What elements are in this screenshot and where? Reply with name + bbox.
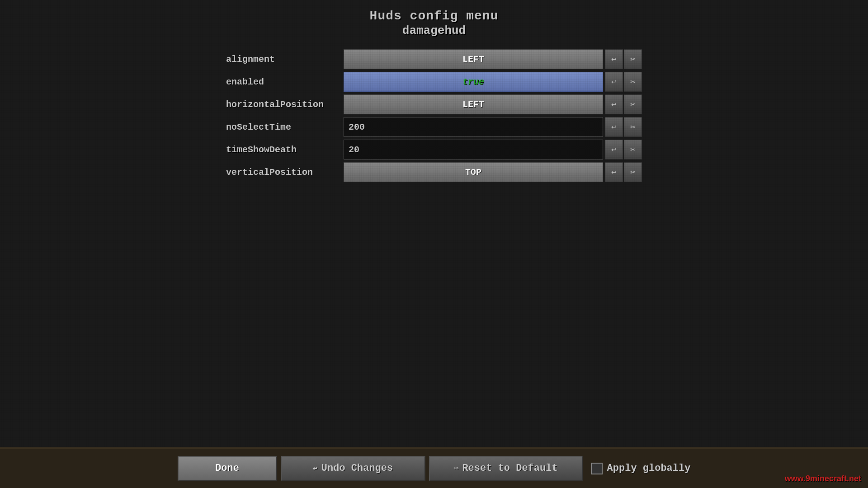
setting-row-verticalPosition: verticalPositionTOP↩✂ — [226, 162, 642, 183]
scissors-btn-verticalPosition[interactable]: ✂ — [624, 162, 642, 182]
undo-btn-horizontalPosition[interactable]: ↩ — [605, 94, 623, 114]
settings-container: alignmentLEFT↩✂enabledtrue↩✂horizontalPo… — [217, 49, 651, 183]
undo-btn-enabled[interactable]: ↩ — [605, 72, 623, 92]
undo-label: Undo Changes — [321, 463, 393, 474]
setting-row-alignment: alignmentLEFT↩✂ — [226, 49, 642, 70]
action-buttons-horizontalPosition: ↩✂ — [605, 94, 642, 114]
setting-label-noSelectTime: noSelectTime — [226, 122, 344, 132]
setting-label-horizontalPosition: horizontalPosition — [226, 99, 344, 110]
bottom-bar: Done Undo Changes Reset to Default Apply… — [0, 447, 868, 488]
scissors-btn-enabled[interactable]: ✂ — [624, 72, 642, 92]
reset-to-default-button[interactable]: Reset to Default — [429, 456, 583, 481]
undo-btn-noSelectTime[interactable]: ↩ — [605, 117, 623, 137]
apply-globally-checkbox[interactable] — [591, 463, 603, 474]
apply-globally-container: Apply globally — [591, 463, 691, 474]
watermark: www.9minecraft.net — [785, 474, 861, 483]
done-button[interactable]: Done — [178, 456, 277, 481]
setting-control-alignment[interactable]: LEFT — [344, 49, 603, 69]
page-header: Huds config menu damagehud — [0, 0, 868, 38]
setting-row-enabled: enabledtrue↩✂ — [226, 71, 642, 92]
setting-row-noSelectTime: noSelectTime200↩✂ — [226, 117, 642, 137]
setting-label-alignment: alignment — [226, 54, 344, 65]
setting-control-enabled[interactable]: true — [344, 72, 603, 92]
action-buttons-noSelectTime: ↩✂ — [605, 117, 642, 137]
apply-globally-label: Apply globally — [607, 463, 691, 474]
action-buttons-alignment: ↩✂ — [605, 49, 642, 69]
setting-control-verticalPosition[interactable]: TOP — [344, 162, 603, 182]
setting-row-timeShowDeath: timeShowDeath20↩✂ — [226, 139, 642, 160]
undo-btn-alignment[interactable]: ↩ — [605, 49, 623, 69]
undo-btn-timeShowDeath[interactable]: ↩ — [605, 140, 623, 160]
scissors-btn-noSelectTime[interactable]: ✂ — [624, 117, 642, 137]
sub-title: damagehud — [0, 24, 868, 38]
action-buttons-enabled: ↩✂ — [605, 72, 642, 92]
setting-label-timeShowDeath: timeShowDeath — [226, 145, 344, 155]
setting-label-enabled: enabled — [226, 77, 344, 87]
undo-changes-button[interactable]: Undo Changes — [281, 456, 425, 481]
scissors-btn-horizontalPosition[interactable]: ✂ — [624, 94, 642, 114]
action-buttons-verticalPosition: ↩✂ — [605, 162, 642, 182]
main-title: Huds config menu — [0, 9, 868, 23]
setting-label-verticalPosition: verticalPosition — [226, 167, 344, 178]
scissors-btn-timeShowDeath[interactable]: ✂ — [624, 140, 642, 160]
scissors-btn-alignment[interactable]: ✂ — [624, 49, 642, 69]
undo-btn-verticalPosition[interactable]: ↩ — [605, 162, 623, 182]
action-buttons-timeShowDeath: ↩✂ — [605, 140, 642, 160]
setting-control-timeShowDeath[interactable]: 20 — [344, 140, 603, 160]
setting-control-noSelectTime[interactable]: 200 — [344, 117, 603, 137]
setting-control-horizontalPosition[interactable]: LEFT — [344, 94, 603, 114]
setting-row-horizontalPosition: horizontalPositionLEFT↩✂ — [226, 94, 642, 115]
reset-label: Reset to Default — [462, 463, 557, 474]
undo-icon — [313, 463, 318, 474]
scissors-icon — [454, 463, 459, 474]
